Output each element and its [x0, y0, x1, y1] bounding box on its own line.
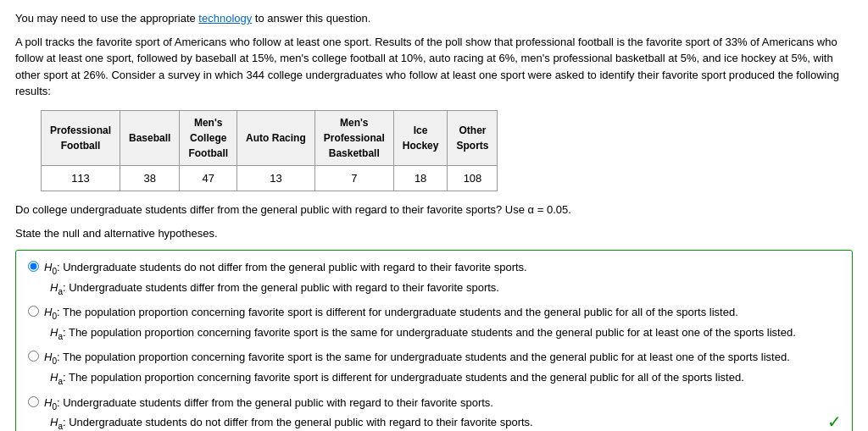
option-h0-3: H0: Undergraduate students differ from t… — [44, 395, 493, 413]
question-text: Do college undergraduate students differ… — [15, 202, 853, 218]
option-label-2[interactable]: H0: The population proportion concerning… — [28, 349, 840, 367]
option-label-1[interactable]: H0: The population proportion concerning… — [28, 304, 840, 323]
technology-link[interactable]: technology — [198, 12, 252, 25]
option-h0-0: H0: Undergraduate students do not differ… — [44, 259, 527, 278]
table-cell-1: 38 — [120, 165, 180, 191]
table-cell-4: 7 — [314, 165, 393, 191]
option-row-0: H0: Undergraduate students do not differ… — [28, 259, 840, 297]
table-header-1: Baseball — [120, 110, 180, 165]
data-table: ProfessionalFootballBaseballMen'sCollege… — [41, 110, 498, 192]
option-row-2: H0: The population proportion concerning… — [28, 349, 840, 387]
data-table-wrapper: ProfessionalFootballBaseballMen'sCollege… — [41, 110, 853, 192]
option-h0-1: H0: The population proportion concerning… — [44, 304, 738, 323]
table-header-3: Auto Racing — [237, 110, 315, 165]
correct-checkmark: ✓ — [827, 409, 842, 431]
table-header-0: ProfessionalFootball — [42, 110, 120, 165]
intro-line2: A poll tracks the favorite sport of Amer… — [15, 34, 853, 100]
table-cell-5: 18 — [393, 165, 448, 191]
hypotheses-options-box: H0: Undergraduate students do not differ… — [15, 250, 853, 431]
intro-line1: You may need to use the appropriate tech… — [15, 10, 853, 27]
option-label-0[interactable]: H0: Undergraduate students do not differ… — [28, 259, 840, 278]
table-cell-0: 113 — [42, 165, 120, 191]
state-hypotheses-label: State the null and alternative hypothese… — [15, 225, 853, 242]
table-cell-6: 108 — [448, 165, 498, 191]
option-radio-3[interactable] — [28, 396, 39, 407]
option-row-3: H0: Undergraduate students differ from t… — [28, 395, 840, 431]
option-ha-1: Ha: The population proportion concerning… — [50, 324, 840, 343]
table-cell-3: 13 — [237, 165, 315, 191]
table-header-5: IceHockey — [393, 110, 448, 165]
option-radio-1[interactable] — [28, 306, 39, 317]
option-h0-2: H0: The population proportion concerning… — [44, 349, 790, 367]
option-ha-2: Ha: The population proportion concerning… — [50, 369, 840, 388]
table-header-4: Men'sProfessionalBasketball — [314, 110, 393, 165]
option-ha-3: Ha: Undergraduate students do not differ… — [50, 414, 840, 431]
table-cell-2: 47 — [180, 165, 237, 191]
table-header-6: OtherSports — [448, 110, 498, 165]
option-radio-0[interactable] — [28, 261, 39, 272]
option-row-1: H0: The population proportion concerning… — [28, 304, 840, 342]
option-radio-2[interactable] — [28, 351, 39, 362]
option-label-3[interactable]: H0: Undergraduate students differ from t… — [28, 395, 840, 413]
option-ha-0: Ha: Undergraduate students differ from t… — [50, 279, 840, 298]
table-header-2: Men'sCollegeFootball — [180, 110, 237, 165]
